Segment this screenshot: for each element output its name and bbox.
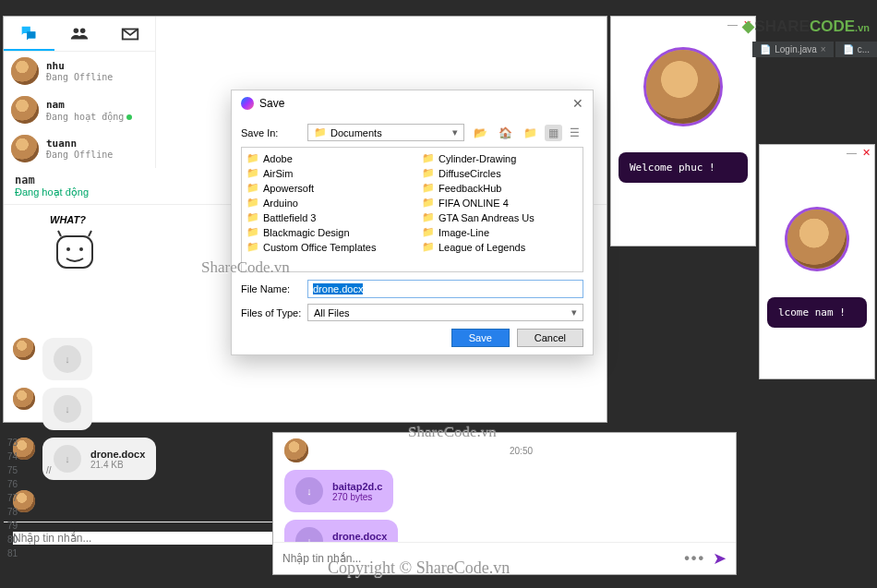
save-in-value: Documents <box>330 127 382 138</box>
file-type-value: All Files <box>314 307 350 318</box>
sidebar: nhu Đang Offline nam Đang hoạt động tuan… <box>4 17 156 168</box>
folder-item[interactable]: 📁Image-Line <box>421 225 578 239</box>
more-icon[interactable]: ••• <box>684 550 705 567</box>
save-dialog: Save ✕ Save In: 📁 Documents ▾ 📂 🏠 📁 ▦ ☰ … <box>231 90 594 355</box>
online-dot-icon <box>126 114 132 120</box>
welcome-window-1: —✕ Welcome phuc ! <box>610 16 756 246</box>
file-name-input[interactable]: drone.docx <box>307 280 583 298</box>
ide-tab[interactable]: 📄Login.java× <box>752 42 833 57</box>
folder-item[interactable]: 📁FeedbackHub <box>421 181 578 195</box>
download-icon[interactable]: ↓ <box>295 477 323 505</box>
tab-groups[interactable] <box>54 17 105 51</box>
avatar <box>11 135 39 162</box>
avatar <box>785 207 849 271</box>
home-button[interactable]: 🏠 <box>495 125 516 141</box>
folder-listing[interactable]: 📁Adobe 📁AirSim 📁Apowersoft 📁Arduino 📁Bat… <box>241 147 583 272</box>
file-name: baitap2d.c <box>332 481 382 492</box>
save-in-combo[interactable]: 📁 Documents ▾ <box>307 124 464 141</box>
avatar <box>11 57 39 85</box>
sticker-icon <box>48 225 103 281</box>
folder-item[interactable]: 📁League of Legends <box>421 240 578 254</box>
message-time: 20:50 <box>318 446 725 456</box>
download-icon[interactable]: ↓ <box>295 527 323 542</box>
grid-view-button[interactable]: ▦ <box>545 125 562 141</box>
close-button[interactable]: ✕ <box>862 147 871 159</box>
save-button[interactable]: Save <box>451 329 510 347</box>
dialog-title: Save <box>259 97 284 110</box>
svg-rect-3 <box>57 236 92 268</box>
avatar <box>284 438 308 462</box>
contact-status: Đang Offline <box>46 72 113 82</box>
message-row: ↓ <box>13 388 597 430</box>
tab-mail[interactable] <box>104 17 155 51</box>
ide-tabs: 📄Login.java× 📄c... <box>752 42 877 57</box>
save-in-label: Save In: <box>241 127 302 138</box>
chevron-down-icon: ▾ <box>452 126 458 138</box>
folder-icon: 📁 <box>246 152 259 164</box>
folder-item[interactable]: 📁Adobe <box>246 151 402 165</box>
file-bubble[interactable]: ↓ <box>42 388 92 430</box>
folder-icon: 📁 <box>246 226 259 238</box>
new-folder-button[interactable]: 📁 <box>520 125 541 141</box>
folder-icon: 📁 <box>246 211 259 223</box>
folder-item[interactable]: 📁DiffuseCircles <box>421 166 578 180</box>
tab-chats[interactable] <box>4 17 54 51</box>
file-type-label: Files of Type: <box>241 307 302 318</box>
message-input[interactable] <box>282 552 677 565</box>
file-bubble[interactable]: ↓ baitap2d.c270 bytes <box>284 470 393 512</box>
folder-item[interactable]: 📁FIFA ONLINE 4 <box>421 196 578 210</box>
folder-icon: 📁 <box>246 197 259 209</box>
file-size: 270 bytes <box>332 492 382 502</box>
folder-item[interactable]: 📁GTA San Andreas Us <box>421 210 578 224</box>
message-input-bar: ••• ➤ <box>273 542 736 574</box>
close-tab-icon[interactable]: × <box>821 44 826 54</box>
file-icon: 📄 <box>760 44 771 54</box>
file-size: 21.4 KB <box>90 460 145 470</box>
message-row: ↓ baitap2d.c270 bytes <box>284 470 725 512</box>
sidebar-tabs <box>4 17 155 52</box>
folder-item[interactable]: 📁Apowersoft <box>246 181 402 195</box>
minimize-button[interactable]: — <box>727 18 738 30</box>
contact-item[interactable]: nhu Đang Offline <box>4 52 155 90</box>
list-view-button[interactable]: ☰ <box>566 125 583 141</box>
code-gutter: 73 74 75 // 76 77 78 79 80 81 <box>7 436 51 560</box>
folder-icon: 📁 <box>422 226 435 238</box>
minimize-button[interactable]: — <box>847 147 857 159</box>
folder-item[interactable]: 📁Custom Office Templates <box>246 240 402 254</box>
folder-item[interactable]: 📁AirSim <box>246 166 402 180</box>
folder-icon: 📁 <box>422 211 435 223</box>
folder-icon: 📁 <box>422 152 435 164</box>
folder-icon: 📁 <box>422 182 435 194</box>
contact-status: Đang Offline <box>46 150 113 160</box>
message-list[interactable]: 20:50 ↓ baitap2d.c270 bytes ↓ drone.docx… <box>273 433 736 542</box>
folder-item[interactable]: 📁Blackmagic Design <box>246 225 402 239</box>
avatar <box>13 388 35 410</box>
send-button[interactable]: ➤ <box>713 548 727 569</box>
contact-status: Đang hoạt động <box>46 112 124 122</box>
file-bubble[interactable]: ↓ drone.docx21.4 KB <box>284 520 398 542</box>
folder-item[interactable]: 📁Arduino <box>246 196 402 210</box>
file-type-combo[interactable]: All Files ▾ <box>307 304 583 321</box>
titlebar: —✕ <box>611 17 755 32</box>
download-icon[interactable]: ↓ <box>54 395 81 423</box>
folder-item[interactable]: 📁Battlefield 3 <box>246 210 402 224</box>
download-icon[interactable]: ↓ <box>54 345 81 373</box>
contact-item[interactable]: tuann Đang Offline <box>4 129 155 168</box>
ide-tab[interactable]: 📄c... <box>835 42 877 57</box>
close-button[interactable]: ✕ <box>572 96 583 111</box>
cancel-button[interactable]: Cancel <box>517 329 583 347</box>
folder-item[interactable]: 📁Cylinder-Drawing <box>421 151 578 165</box>
avatar <box>11 96 39 124</box>
up-folder-button[interactable]: 📂 <box>470 125 491 141</box>
watermark-logo: ◆SHARECODE.vn <box>742 17 870 36</box>
titlebar: —✕ <box>760 145 874 161</box>
folder-icon: 📁 <box>314 126 327 138</box>
dialog-titlebar: Save ✕ <box>232 90 593 116</box>
contact-item[interactable]: nam Đang hoạt động <box>4 90 155 129</box>
file-bubble[interactable]: ↓ <box>42 338 92 380</box>
dialog-toolbar: 📂 🏠 📁 ▦ ☰ <box>470 125 583 141</box>
file-bubble[interactable]: ↓ drone.docx 21.4 KB <box>42 438 156 480</box>
svg-point-1 <box>80 28 86 32</box>
messenger-icon <box>241 97 254 110</box>
download-icon[interactable]: ↓ <box>54 445 81 473</box>
